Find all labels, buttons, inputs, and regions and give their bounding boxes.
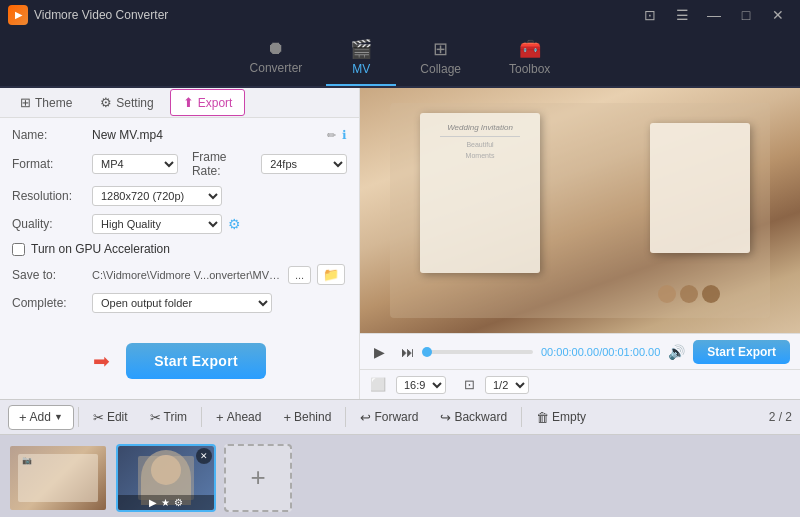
clip-close-icon[interactable]: ✕ xyxy=(196,448,212,464)
divider-3 xyxy=(345,407,346,427)
progress-dot xyxy=(422,347,432,357)
name-value-area: New MV.mp4 ✏ ℹ xyxy=(92,128,347,142)
ahead-icon: + xyxy=(216,410,224,425)
converter-icon: ⏺ xyxy=(267,38,285,59)
tab-toolbox[interactable]: 🧰 Toolbox xyxy=(485,30,574,86)
divider-2 xyxy=(201,407,202,427)
clip-settings-icon[interactable]: ⚙ xyxy=(174,497,183,508)
clip-item[interactable]: ✕ ▶ ★ ⚙ xyxy=(116,444,216,512)
format-select[interactable]: MP4 AVI MOV MKV xyxy=(92,154,178,174)
tab-mv-label: MV xyxy=(352,62,370,76)
tab-collage[interactable]: ⊞ Collage xyxy=(396,30,485,86)
name-value: New MV.mp4 xyxy=(92,128,321,142)
export-icon: ⬆ xyxy=(183,95,194,110)
quality-row: Quality: High Quality Standard Quality L… xyxy=(12,214,347,234)
toolbox-icon: 🧰 xyxy=(519,38,541,60)
app-title: Vidmore Video Converter xyxy=(34,8,168,22)
trim-button[interactable]: ✂ Trim xyxy=(140,406,198,429)
complete-label: Complete: xyxy=(12,296,84,310)
main-content: ⊞ Theme ⚙ Setting ⬆ Export Name: New MV.… xyxy=(0,88,800,399)
divider-1 xyxy=(78,407,79,427)
gpu-checkbox[interactable] xyxy=(12,243,25,256)
divider-4 xyxy=(521,407,522,427)
resolution-row: Resolution: 1280x720 (720p) 1920x1080 (1… xyxy=(12,186,347,206)
minimize-button[interactable]: — xyxy=(700,5,728,25)
gpu-label: Turn on GPU Acceleration xyxy=(31,242,170,256)
quality-value-area: High Quality Standard Quality Low Qualit… xyxy=(92,214,347,234)
clip-play-icon[interactable]: ▶ xyxy=(149,497,157,508)
save-path-text: C:\Vidmore\Vidmore V...onverter\MV Expor… xyxy=(92,269,282,281)
resolution-select[interactable]: 1280x720 (720p) 1920x1080 (1080p) 3840x2… xyxy=(92,186,222,206)
tab-collage-label: Collage xyxy=(420,62,461,76)
player-controls: ▶ ⏭ 00:00:00.00/00:01:00.00 🔊 Start Expo… xyxy=(360,333,800,369)
arrow-indicator: ➡ xyxy=(93,349,110,373)
start-export-small-button[interactable]: Start Export xyxy=(693,340,790,364)
close-button[interactable]: ✕ xyxy=(764,5,792,25)
scale-select[interactable]: 1/2 1/1 2/1 xyxy=(485,376,529,394)
complete-value-area: Open output folder Do nothing xyxy=(92,293,347,313)
add-button[interactable]: + Add ▼ xyxy=(8,405,74,430)
behind-button[interactable]: + Behind xyxy=(273,406,341,429)
quality-label: Quality: xyxy=(12,217,84,231)
tab-toolbox-label: Toolbox xyxy=(509,62,550,76)
ahead-button[interactable]: + Ahead xyxy=(206,406,271,429)
add-icon: + xyxy=(19,410,27,425)
add-clip-button[interactable]: + xyxy=(224,444,292,512)
start-export-area: ➡ Start Export xyxy=(0,323,359,399)
saveto-label: Save to: xyxy=(12,268,84,282)
tab-converter-label: Converter xyxy=(250,61,303,75)
volume-icon[interactable]: 🔊 xyxy=(668,344,685,360)
collage-icon: ⊞ xyxy=(433,38,448,60)
quality-gear-icon[interactable]: ⚙ xyxy=(228,216,241,232)
add-clip-icon: + xyxy=(250,462,265,493)
clip-overlay: ▶ ★ ⚙ xyxy=(118,495,214,510)
complete-row: Complete: Open output folder Do nothing xyxy=(12,293,347,313)
timeline-toolbar: + Add ▼ ✂ Edit ✂ Trim + Ahead + Behind ↩… xyxy=(0,399,800,435)
menu-button[interactable]: ☰ xyxy=(668,5,696,25)
settings-form: Name: New MV.mp4 ✏ ℹ Format: MP4 AVI MOV… xyxy=(0,118,359,323)
title-bar: ▶ Vidmore Video Converter ⊡ ☰ — □ ✕ xyxy=(0,0,800,30)
clip-item[interactable]: 📷 xyxy=(8,444,108,512)
title-bar-left: ▶ Vidmore Video Converter xyxy=(8,5,168,25)
setting-icon: ⚙ xyxy=(100,95,112,110)
gpu-row: Turn on GPU Acceleration xyxy=(12,242,347,256)
start-export-main-button[interactable]: Start Export xyxy=(126,343,266,379)
format-row: Format: MP4 AVI MOV MKV Frame Rate: 24fp… xyxy=(12,150,347,178)
name-info-icon[interactable]: ℹ xyxy=(342,128,347,142)
saveto-folder-button[interactable]: 📁 xyxy=(317,264,345,285)
theme-icon: ⊞ xyxy=(20,95,31,110)
setting-button[interactable]: ⚙ Setting xyxy=(88,90,165,115)
forward-icon: ↩ xyxy=(360,410,371,425)
ratio-icon: ⬜ xyxy=(370,377,386,392)
theme-button[interactable]: ⊞ Theme xyxy=(8,90,84,115)
ratio-select[interactable]: 16:9 4:3 1:1 9:16 xyxy=(396,376,446,394)
trim-icon: ✂ xyxy=(150,410,161,425)
name-edit-icon[interactable]: ✏ xyxy=(327,129,336,142)
tab-mv[interactable]: 🎬 MV xyxy=(326,30,396,86)
mv-icon: 🎬 xyxy=(350,38,372,60)
scale-icon: ⊡ xyxy=(464,377,475,392)
framerate-select[interactable]: 24fps 30fps 60fps xyxy=(261,154,347,174)
quality-select[interactable]: High Quality Standard Quality Low Qualit… xyxy=(92,214,222,234)
edit-button[interactable]: ✂ Edit xyxy=(83,406,138,429)
backward-icon: ↪ xyxy=(440,410,451,425)
export-button[interactable]: ⬆ Export xyxy=(170,89,246,116)
nav-tabs: ⏺ Converter 🎬 MV ⊞ Collage 🧰 Toolbox xyxy=(0,30,800,88)
ratio-controls: ⬜ 16:9 4:3 1:1 9:16 ⊡ 1/2 1/1 2/1 xyxy=(360,369,800,399)
progress-bar[interactable] xyxy=(427,350,533,354)
behind-icon: + xyxy=(283,410,291,425)
clip-star-icon[interactable]: ★ xyxy=(161,497,170,508)
empty-button[interactable]: 🗑 Empty xyxy=(526,406,596,429)
format-value-area: MP4 AVI MOV MKV Frame Rate: 24fps 30fps … xyxy=(92,150,347,178)
next-button[interactable]: ⏭ xyxy=(397,342,419,362)
backward-button[interactable]: ↪ Backward xyxy=(430,406,517,429)
name-label: Name: xyxy=(12,128,84,142)
maximize-button[interactable]: □ xyxy=(732,5,760,25)
tab-converter[interactable]: ⏺ Converter xyxy=(226,30,327,86)
forward-button[interactable]: ↩ Forward xyxy=(350,406,428,429)
edit-icon: ✂ xyxy=(93,410,104,425)
play-button[interactable]: ▶ xyxy=(370,342,389,362)
chat-button[interactable]: ⊡ xyxy=(636,5,664,25)
saveto-dots-button[interactable]: ... xyxy=(288,266,311,284)
complete-select[interactable]: Open output folder Do nothing xyxy=(92,293,272,313)
